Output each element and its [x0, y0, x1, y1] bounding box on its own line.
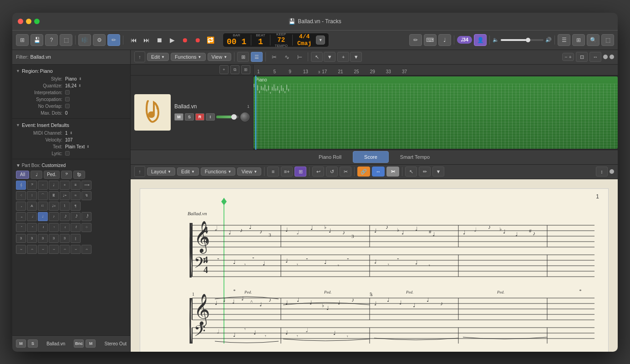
note-v3[interactable]: ⌣: [38, 245, 48, 254]
interp-checkbox[interactable]: [65, 90, 70, 95]
bnc-btn[interactable]: Bnc: [74, 339, 84, 348]
beat-display[interactable]: BEAT 1: [256, 33, 265, 46]
note-v[interactable]: ⌣: [16, 245, 26, 254]
part-icon-1[interactable]: 𝄞: [16, 181, 26, 190]
pen-btn[interactable]: ✏: [107, 34, 120, 46]
part-icon-10[interactable]: ⌒: [38, 191, 48, 200]
score-undo-btn[interactable]: ↩: [312, 167, 324, 177]
lyric-checkbox[interactable]: [65, 151, 70, 156]
note-v5[interactable]: ⌢: [60, 245, 70, 254]
volume-slider[interactable]: [501, 39, 544, 41]
collab-btn[interactable]: 👤: [474, 34, 487, 46]
track-solo-btn[interactable]: S: [28, 339, 38, 348]
piano-region[interactable]: Piano: [254, 76, 618, 149]
score-pencil-down[interactable]: ▼: [432, 167, 444, 177]
edit-icon-btn[interactable]: ✏: [409, 34, 422, 46]
note-3d[interactable]: 3: [49, 234, 59, 243]
eighth-note[interactable]: ♪: [49, 212, 59, 221]
score-pencil-btn[interactable]: ✏: [419, 167, 431, 177]
volume-knob[interactable]: [526, 38, 530, 42]
part-icon-14[interactable]: ↯: [81, 191, 91, 200]
score-grid-btn[interactable]: ⊞: [295, 167, 306, 177]
whole-rest[interactable]: 𝄻: [16, 223, 26, 232]
display-settings-btn[interactable]: ▼: [316, 35, 325, 45]
scissors-btn[interactable]: ✂: [269, 52, 279, 62]
track-volume-slider[interactable]: [216, 116, 239, 118]
rewind-btn[interactable]: ⏮: [128, 34, 140, 46]
flex-tool[interactable]: +: [337, 52, 349, 62]
bar-display[interactable]: BAR 00 1: [227, 33, 246, 46]
part-icon-20[interactable]: ¶: [71, 202, 81, 211]
region-btn[interactable]: ⊞: [241, 65, 250, 74]
timeline-ruler[interactable]: 1 5 9 13 3 17 21 25 29 33 37: [254, 65, 618, 76]
marker-btn[interactable]: ⊢: [294, 52, 305, 62]
share2-btn[interactable]: ⬚: [601, 34, 614, 46]
32nd-note[interactable]: 𝅘𝅥𝅰: [71, 212, 81, 221]
part-icon-12[interactable]: ♩+: [60, 191, 70, 200]
metronome-btn[interactable]: 🎼: [78, 34, 91, 46]
grid-btn2[interactable]: ⊞: [572, 34, 585, 46]
score-list-btn[interactable]: ≡: [267, 167, 279, 177]
functions-menu-btn[interactable]: Functions ▼: [171, 53, 206, 61]
half-rest[interactable]: 𝄼: [27, 223, 37, 232]
key-display[interactable]: 4/4 Cmaj: [297, 33, 311, 47]
play-btn[interactable]: ▶: [166, 34, 178, 46]
search-btn[interactable]: 🔍: [587, 34, 600, 46]
note-stem1[interactable]: |: [71, 234, 81, 243]
whole-note[interactable]: 𝅝: [16, 212, 26, 221]
part-icon-2[interactable]: 𝄢: [27, 181, 37, 190]
16th-note[interactable]: 𝅘𝅥𝅯: [60, 212, 70, 221]
tab-score[interactable]: Score: [353, 151, 389, 163]
part-icon-5[interactable]: +: [60, 181, 70, 190]
tab-smart-tempo[interactable]: Smart Tempo: [389, 151, 441, 163]
16th-rest[interactable]: 𝄿: [60, 223, 70, 232]
cycle-btn[interactable]: 🔁: [204, 34, 216, 46]
note-3[interactable]: 3: [16, 234, 26, 243]
list-view-mode[interactable]: ☰: [251, 52, 263, 62]
zoom-in[interactable]: +: [569, 54, 572, 60]
cat-ped-btn[interactable]: Ped.: [44, 171, 60, 179]
copy-track-btn[interactable]: ⧉: [230, 65, 239, 74]
record-alt-btn[interactable]: ⏺: [192, 34, 203, 46]
8th-rest[interactable]: 𝄾: [49, 223, 59, 232]
cat-fp-btn[interactable]: fp: [73, 171, 85, 179]
part-icon-9[interactable]: ⁝: [27, 191, 37, 200]
half-note[interactable]: 𝅗𝅥: [27, 212, 37, 221]
pointer-down[interactable]: ▼: [324, 52, 335, 62]
part-icon-16[interactable]: A: [27, 202, 37, 211]
score-color-blue[interactable]: ↔: [372, 167, 385, 177]
zoom-width-btn[interactable]: ↔: [589, 52, 601, 62]
note-v6[interactable]: ⌣: [71, 245, 81, 254]
quarter-note[interactable]: ♩: [38, 212, 48, 221]
64th-note[interactable]: 𝅘𝅥𝅱: [81, 212, 91, 221]
track-mute[interactable]: M: [174, 113, 183, 121]
qtr-rest[interactable]: 𝄽: [38, 223, 48, 232]
score-list-add-btn[interactable]: ≡+: [281, 167, 293, 177]
note-v7[interactable]: ⌢: [81, 245, 91, 254]
share-btn[interactable]: ⬚: [60, 34, 72, 46]
grid-view-btn[interactable]: ⊞: [16, 34, 29, 46]
maximize-button[interactable]: [34, 19, 40, 24]
mixer-btn[interactable]: ⚙: [93, 34, 106, 46]
wave-btn[interactable]: ∿: [281, 52, 292, 62]
note-3b[interactable]: 3: [27, 234, 37, 243]
fast-forward-btn[interactable]: ⏭: [141, 34, 152, 46]
note-3e[interactable]: 3: [60, 234, 70, 243]
save-btn[interactable]: 💾: [30, 34, 43, 46]
add-track-btn[interactable]: +: [219, 65, 229, 74]
score-zoom-btn[interactable]: ↕: [596, 167, 608, 177]
track-input[interactable]: I: [206, 113, 215, 121]
score-cut-btn[interactable]: ✂: [340, 167, 351, 177]
part-icon-4[interactable]: ♩: [49, 181, 59, 190]
note-btn[interactable]: ♩: [438, 34, 451, 46]
track-pan-knob[interactable]: [240, 112, 249, 121]
edit-menu-btn[interactable]: Edit ▼: [147, 53, 169, 61]
event-header[interactable]: ▼ Event: Insert Defaults: [12, 121, 130, 130]
cat-all-btn[interactable]: All: [16, 171, 29, 179]
part-icon-15[interactable]: 𝅗: [16, 202, 26, 211]
score-back-btn[interactable]: ↑: [134, 166, 145, 177]
score-redo-btn[interactable]: ↺: [326, 167, 338, 177]
part-icon-11[interactable]: 𝄡: [49, 191, 59, 200]
part-icon-8[interactable]: ⁖: [16, 191, 26, 200]
list-view-btn[interactable]: ☰: [558, 34, 570, 46]
